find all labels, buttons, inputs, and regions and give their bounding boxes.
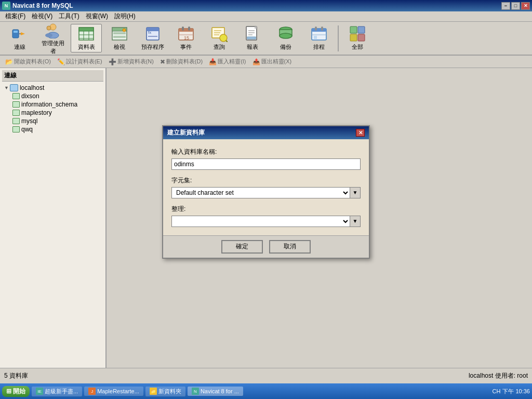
svg-rect-16 [113, 32, 126, 34]
db-icon [12, 93, 20, 99]
window-controls: − □ ✕ [501, 2, 530, 10]
all-icon [349, 25, 366, 42]
sub-btn-open[interactable]: 📂 開啟資料表(O) [2, 57, 54, 66]
toolbar-all-label: 全部 [352, 43, 363, 51]
taskbar-label-0: 超級新手盡... [45, 388, 78, 395]
delete-icon: ✖ [160, 58, 165, 65]
toolbar-report[interactable]: 報表 [237, 24, 268, 52]
menu-window[interactable]: 視窗(W) [83, 11, 111, 22]
collation-select[interactable] [172, 216, 350, 227]
charset-group: 字元集: Default character set utf8 latin1 g… [171, 176, 361, 198]
db-name-label: 輸入資料庫名稱: [171, 148, 361, 156]
tree-item-dixson[interactable]: dixson [2, 92, 103, 100]
toolbar-view[interactable]: 檢視 [104, 24, 135, 52]
taskbar-icon-0: IE [36, 388, 43, 395]
svg-point-30 [220, 34, 227, 42]
toolbar-event-label: 事件 [180, 43, 192, 51]
collation-label: 整理: [171, 205, 361, 214]
taskbar-sys: CH 下午 10:36 [493, 388, 530, 395]
taskbar-time: 下午 10:36 [502, 388, 530, 395]
taskbar-item-3[interactable]: N Navicat 8 for ... [188, 387, 243, 396]
svg-rect-52 [350, 34, 357, 41]
dialog-footer: 確定 取消 [163, 235, 369, 258]
toolbar: 連線 管理使用者 資料表 [0, 22, 532, 56]
toolbar-schedule[interactable]: 排程 [303, 24, 335, 52]
svg-point-7 [45, 33, 52, 37]
sub-btn-delete[interactable]: ✖ 刪除資料表(D) [157, 57, 206, 66]
toolbar-backup[interactable]: 備份 [270, 24, 301, 52]
taskbar-item-2[interactable]: 📁 新資料夾 [145, 387, 185, 396]
status-connection: localhost 使用者: root [469, 371, 528, 380]
toolbar-event[interactable]: 15 事件 [170, 24, 202, 52]
toolbar-backup-label: 備份 [280, 43, 291, 51]
svg-rect-1 [14, 31, 18, 33]
toolbar-proc-label: 預存程序 [141, 43, 164, 51]
menu-view[interactable]: 檢視(V) [29, 11, 56, 22]
proc-icon: fx [144, 25, 161, 42]
minimize-button[interactable]: − [501, 2, 510, 10]
db-icon [12, 110, 20, 116]
charset-select[interactable]: Default character set utf8 latin1 gbk bi… [172, 188, 350, 198]
tree-item-mysql[interactable]: mysql [2, 117, 103, 125]
charset-dropdown-wrap: Default character set utf8 latin1 gbk bi… [171, 187, 361, 198]
ok-button[interactable]: 確定 [221, 240, 263, 254]
sub-btn-new[interactable]: ➕ 新增資料表(N) [105, 57, 157, 66]
charset-dropdown-arrow[interactable]: ▼ [350, 188, 360, 198]
taskbar-label-3: Navicat 8 for ... [201, 388, 239, 394]
maximize-button[interactable]: □ [511, 2, 520, 10]
svg-rect-46 [315, 26, 317, 31]
tree-item-maplestory[interactable]: maplestory [2, 109, 103, 117]
app-icon: N [2, 2, 10, 10]
toolbar-users[interactable]: 管理使用者 [37, 24, 69, 52]
sub-btn-import[interactable]: 📥 匯入精靈(I) [206, 57, 249, 66]
menu-tools[interactable]: 工具(T) [56, 11, 82, 22]
view-icon [111, 25, 128, 42]
new-icon: ➕ [109, 58, 116, 65]
tree-item-information-schema[interactable]: information_schema [2, 100, 103, 109]
sub-toolbar: 📂 開啟資料表(O) ✏️ 設計資料表(E) ➕ 新增資料表(N) ✖ 刪除資料… [0, 56, 532, 68]
svg-rect-51 [358, 26, 365, 33]
server-icon [10, 84, 18, 91]
toolbar-all[interactable]: 全部 [342, 24, 373, 52]
cancel-button[interactable]: 取消 [269, 240, 311, 254]
tree-item-qwq[interactable]: qwq [2, 125, 103, 134]
db-name-input[interactable] [171, 158, 361, 170]
svg-marker-3 [21, 32, 25, 35]
dialog: 建立新資料庫 ✕ 輸入資料庫名稱: 字元集: Default character… [162, 125, 370, 259]
toolbar-query[interactable]: 查詢 [204, 24, 235, 52]
svg-point-43 [280, 33, 292, 38]
sub-btn-design[interactable]: ✏️ 設計資料表(E) [54, 57, 105, 66]
menu-help[interactable]: 說明(H) [111, 11, 139, 22]
sub-btn-export[interactable]: 📤 匯出精靈(X) [249, 57, 295, 66]
collation-dropdown-arrow[interactable]: ▼ [350, 216, 360, 227]
start-label: 開始 [13, 387, 25, 396]
expand-icon: ▼ [4, 85, 9, 90]
start-icon: ⊞ [6, 388, 11, 395]
start-button[interactable]: ⊞ 開始 [2, 386, 30, 397]
toolbar-connect[interactable]: 連線 [4, 24, 35, 52]
toolbar-table[interactable]: 資料表 [71, 24, 102, 52]
toolbar-proc[interactable]: fx 預存程序 [137, 24, 168, 52]
taskbar-item-1[interactable]: J MapleRestarte... [84, 387, 143, 396]
svg-point-6 [47, 26, 51, 30]
toolbar-view-label: 檢視 [114, 43, 125, 51]
svg-text:15: 15 [184, 35, 189, 41]
dialog-body: 輸入資料庫名稱: 字元集: Default character set utf8… [163, 139, 369, 235]
svg-text:fx: fx [148, 30, 151, 35]
menu-file[interactable]: 檔案(F) [2, 11, 29, 22]
taskbar-item-0[interactable]: IE 超級新手盡... [32, 387, 82, 396]
dialog-close-button[interactable]: ✕ [356, 129, 365, 137]
db-name-group: 輸入資料庫名稱: [171, 148, 361, 170]
open-icon: 📂 [5, 58, 13, 65]
schedule-icon [311, 25, 327, 42]
backup-icon [277, 25, 294, 42]
status-bar: 5 資料庫 localhost 使用者: root [0, 368, 532, 383]
toolbar-separator [338, 25, 339, 51]
svg-rect-49 [314, 36, 317, 39]
toolbar-users-label: 管理使用者 [39, 39, 67, 55]
svg-rect-17 [113, 36, 126, 38]
toolbar-connect-label: 連線 [14, 43, 25, 51]
charset-label: 字元集: [171, 176, 361, 185]
tree-item-localhost[interactable]: ▼ localhost [2, 84, 103, 92]
close-button[interactable]: ✕ [521, 2, 530, 10]
